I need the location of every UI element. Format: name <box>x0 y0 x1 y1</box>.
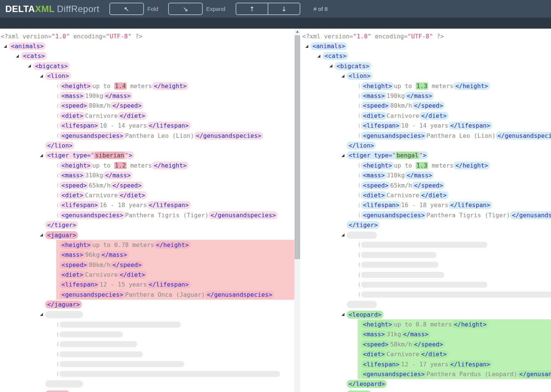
fold-handle-icon[interactable]: ( <box>358 262 361 268</box>
expand-button[interactable]: ↘ <box>168 3 203 15</box>
xml-tag: </mass> <box>405 171 434 179</box>
xml-tag: </diet> <box>118 191 147 199</box>
xml-tag: <mass> <box>361 330 387 338</box>
expand-triangle-icon[interactable] <box>40 313 45 316</box>
next-change-button[interactable]: ↓ <box>268 3 300 15</box>
expand-triangle-icon[interactable] <box>40 75 45 78</box>
folded-tag-placeholder[interactable] <box>347 301 377 308</box>
changed-tag-placeholder[interactable] <box>45 390 70 392</box>
fold-handle-icon[interactable]: ( <box>56 331 60 337</box>
expand-triangle-icon[interactable] <box>329 64 335 67</box>
fold-handle-icon[interactable]: ( <box>56 133 60 139</box>
folded-content-placeholder[interactable] <box>60 361 184 367</box>
xml-tag: </height> <box>453 162 490 169</box>
xml-text: up to <box>394 82 416 90</box>
fold-handle-icon[interactable]: ( <box>358 172 361 178</box>
folded-content-placeholder[interactable] <box>361 242 487 248</box>
xml-row: (<diet>Carnivore</diet> <box>302 190 551 200</box>
expand-triangle-icon[interactable] <box>4 45 9 48</box>
attribute-value: "1.0" <box>52 33 70 40</box>
scrollbar-up-button[interactable]: ▲ <box>294 29 300 34</box>
fold-handle-icon[interactable]: ( <box>358 202 361 208</box>
fold-handle-icon[interactable]: ( <box>358 113 361 119</box>
fold-handle-icon[interactable]: ( <box>358 83 361 89</box>
xml-tag: <lifespan> <box>361 122 401 130</box>
xml-row: <jaguar> <box>1 230 294 240</box>
fold-handle-icon[interactable]: ( <box>358 291 361 297</box>
fold-button[interactable]: ↖ <box>109 3 144 15</box>
fold-handle-icon[interactable]: ( <box>358 162 361 168</box>
folded-tag-placeholder[interactable] <box>347 232 377 239</box>
expand-triangle-icon[interactable] <box>341 313 347 316</box>
expand-triangle-icon[interactable] <box>40 233 45 236</box>
folded-content-placeholder[interactable] <box>361 262 438 268</box>
expand-triangle-icon[interactable] <box>16 55 21 58</box>
changed-value: 1.4 <box>114 82 127 90</box>
xml-text: 190kg <box>85 92 103 99</box>
fold-handle-icon[interactable]: ( <box>358 252 361 258</box>
xml-tag: <lifespan> <box>60 281 99 288</box>
fold-handle-icon[interactable]: ( <box>56 341 60 347</box>
fold-handle-icon[interactable]: ( <box>56 351 60 357</box>
fold-handle-icon[interactable]: ( <box>56 202 60 208</box>
fold-handle-icon[interactable]: ( <box>56 93 60 99</box>
fold-handle-icon[interactable]: ( <box>358 182 361 188</box>
folded-content-placeholder[interactable] <box>60 331 123 337</box>
scrollbar-thumb[interactable] <box>295 35 300 259</box>
xml-tag: </lion> <box>347 142 376 149</box>
expand-triangle-icon[interactable] <box>40 154 45 157</box>
fold-handle-icon[interactable]: ( <box>358 103 361 109</box>
expand-triangle-icon[interactable] <box>28 64 33 67</box>
fold-handle-icon[interactable]: ( <box>56 192 60 198</box>
changed-block: <height>up to 0.78 meters</height> <box>56 240 294 250</box>
folded-content-placeholder[interactable] <box>361 291 551 297</box>
folded-content-placeholder[interactable] <box>361 252 436 258</box>
fold-handle-icon[interactable]: ( <box>56 172 60 178</box>
fold-handle-icon[interactable]: ( <box>56 103 60 109</box>
fold-handle-icon[interactable]: ( <box>358 93 361 99</box>
expand-label: Expand <box>206 6 225 12</box>
fold-handle-icon[interactable]: ( <box>56 83 60 89</box>
vertical-scrollbar[interactable]: ▲ <box>294 29 300 392</box>
changed-block: <speed>58km/h</speed> <box>358 339 551 349</box>
expand-triangle-icon[interactable] <box>341 75 347 78</box>
changed-value: 1.2 <box>114 162 127 169</box>
folded-content-placeholder[interactable] <box>60 351 143 357</box>
fold-handle-icon[interactable]: ( <box>56 182 60 188</box>
xml-tag: </mass> <box>103 171 132 179</box>
fold-handle-icon[interactable]: ( <box>56 162 60 168</box>
fold-handle-icon[interactable]: ( <box>358 123 361 129</box>
folded-content-placeholder[interactable] <box>60 341 137 347</box>
fold-handle-icon[interactable]: ( <box>56 361 60 367</box>
fold-handle-icon[interactable]: ( <box>358 212 361 218</box>
fold-handle-icon[interactable]: ( <box>56 123 60 129</box>
expand-triangle-icon[interactable] <box>341 233 347 236</box>
fold-handle-icon[interactable]: ( <box>358 133 361 139</box>
fold-handle-icon[interactable]: ( <box>358 282 361 288</box>
expand-triangle-icon[interactable] <box>317 55 323 58</box>
fold-handle-icon[interactable]: ( <box>358 192 361 198</box>
changed-block: <lifespan>12 - 17 years</lifespan> <box>358 359 551 369</box>
folded-content-placeholder[interactable] <box>60 371 280 377</box>
folded-tag-placeholder[interactable] <box>45 311 83 318</box>
xml-tag: </lifespan> <box>448 122 492 130</box>
fold-handle-icon[interactable]: ( <box>56 371 60 377</box>
expand-triangle-icon[interactable] <box>341 154 347 157</box>
previous-change-button[interactable]: ↑ <box>236 3 268 15</box>
changed-block: <genusandspecies>Panthera Onca (Jaguar)<… <box>56 290 294 299</box>
xml-text: meters <box>428 162 453 169</box>
fold-handle-icon[interactable]: ( <box>358 272 361 278</box>
fold-handle-icon[interactable]: ( <box>358 242 361 248</box>
fold-handle-icon[interactable]: ( <box>56 322 60 328</box>
folded-content-placeholder[interactable] <box>361 272 444 278</box>
folded-content-placeholder[interactable] <box>60 322 181 328</box>
fold-handle-icon[interactable]: ( <box>56 212 60 218</box>
xml-tag: </mass> <box>99 251 129 259</box>
folded-content-placeholder[interactable] <box>361 282 487 288</box>
xml-row: <animals> <box>302 41 551 51</box>
changed-tag-placeholder[interactable] <box>347 390 371 392</box>
folded-tag-placeholder[interactable] <box>45 380 83 387</box>
fold-handle-icon[interactable]: ( <box>56 113 60 119</box>
expand-triangle-icon[interactable] <box>305 45 311 48</box>
xml-tag: <animals> <box>311 42 347 50</box>
